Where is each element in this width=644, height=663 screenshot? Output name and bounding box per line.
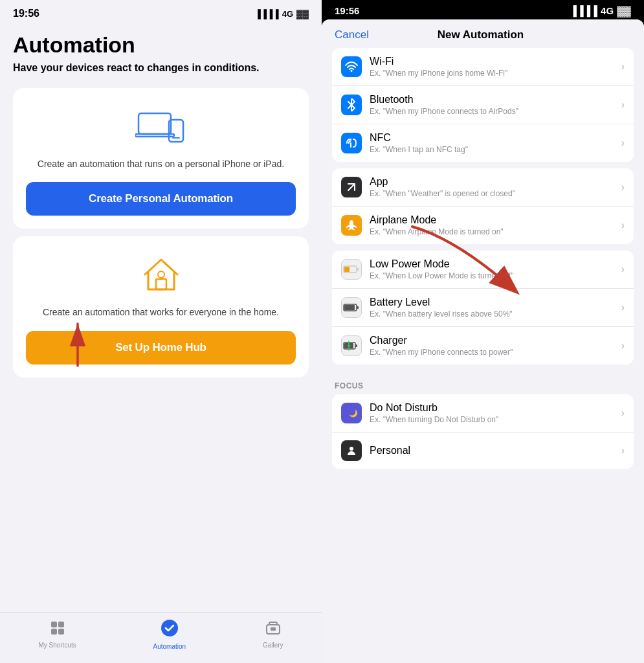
battery-row[interactable]: Battery Level Ex. "When battery level ri… bbox=[332, 289, 634, 327]
svg-point-11 bbox=[161, 620, 178, 636]
lowpower-title: Low Power Mode bbox=[370, 258, 621, 270]
nfc-subtitle: Ex. "When I tap an NFC tag" bbox=[370, 145, 621, 154]
wifi-row[interactable]: Wi-Fi Ex. "When my iPhone joins home Wi-… bbox=[332, 48, 634, 86]
charger-icon bbox=[341, 335, 362, 356]
wifi-chevron-icon: › bbox=[621, 61, 625, 73]
left-time: 19:56 bbox=[13, 8, 39, 19]
bluetooth-title: Bluetooth bbox=[370, 94, 621, 106]
dnd-subtitle: Ex. "When turning Do Not Disturb on" bbox=[370, 415, 621, 424]
battery-subtitle: Ex. "When battery level rises above 50%" bbox=[370, 309, 621, 319]
svg-rect-9 bbox=[51, 629, 57, 635]
nfc-icon bbox=[341, 133, 362, 153]
create-personal-automation-button[interactable]: Create Personal Automation bbox=[26, 182, 296, 216]
left-content: Automation Have your devices react to ch… bbox=[0, 22, 322, 612]
svg-point-14 bbox=[351, 70, 353, 72]
left-phone: 19:56 ▐▐▐▐ 4G ▓▓ Automation Have your de… bbox=[0, 0, 322, 663]
battery-chevron-icon: › bbox=[621, 302, 625, 313]
personal-title: Personal bbox=[370, 445, 621, 456]
tab-gallery[interactable]: Gallery bbox=[263, 620, 283, 649]
right-battery: ▓▓ bbox=[617, 5, 631, 16]
lowpower-icon bbox=[341, 259, 362, 280]
bluetooth-row[interactable]: Bluetooth Ex. "When my iPhone connects t… bbox=[332, 86, 634, 124]
app-chevron-icon: › bbox=[621, 181, 625, 193]
network-type: 4G bbox=[282, 9, 293, 19]
right-status-icons: ▐▐▐▐ 4G ▓▓ bbox=[570, 5, 631, 16]
airplane-chevron-icon: › bbox=[621, 219, 625, 231]
left-status-bar: 19:56 ▐▐▐▐ 4G ▓▓ bbox=[0, 0, 322, 22]
page-subtitle: Have your devices react to changes in co… bbox=[13, 62, 309, 75]
svg-point-25 bbox=[350, 447, 353, 451]
airplane-icon bbox=[341, 215, 362, 236]
tab-automation-label: Automation bbox=[153, 643, 186, 650]
right-network: 4G bbox=[601, 5, 614, 16]
nfc-text: NFC Ex. "When I tap an NFC tag" bbox=[370, 132, 621, 154]
page-title: Automation bbox=[13, 32, 309, 58]
lowpower-row[interactable]: Low Power Mode Ex. "When Low Power Mode … bbox=[332, 251, 634, 289]
personal-row[interactable]: Personal › bbox=[332, 433, 634, 469]
home-automation-card: Create an automation that works for ever… bbox=[13, 236, 309, 377]
right-signal: ▐▐▐▐ bbox=[570, 5, 598, 16]
home-card-description: Create an automation that works for ever… bbox=[43, 306, 279, 319]
right-status-bar: 19:56 ▐▐▐▐ 4G ▓▓ bbox=[322, 0, 644, 19]
battery-level-icon bbox=[341, 297, 362, 318]
right-phone: 19:56 ▐▐▐▐ 4G ▓▓ Cancel New Automation bbox=[322, 0, 644, 663]
airplane-subtitle: Ex. "When Airplane Mode is turned on" bbox=[370, 227, 621, 236]
nfc-row[interactable]: NFC Ex. "When I tap an NFC tag" › bbox=[332, 124, 634, 162]
nfc-title: NFC bbox=[370, 132, 621, 144]
battery-text: Battery Level Ex. "When battery level ri… bbox=[370, 297, 621, 319]
dnd-text: Do Not Disturb Ex. "When turning Do Not … bbox=[370, 402, 621, 424]
bluetooth-icon bbox=[341, 95, 362, 115]
personal-card-description: Create an automation that runs on a pers… bbox=[38, 158, 284, 171]
focus-section-label: FOCUS bbox=[332, 371, 634, 394]
battery-title: Battery Level bbox=[370, 297, 621, 308]
wifi-title: Wi-Fi bbox=[370, 56, 621, 67]
home-icon bbox=[139, 252, 184, 297]
svg-rect-16 bbox=[344, 267, 350, 272]
right-time: 19:56 bbox=[335, 5, 359, 16]
bluetooth-chevron-icon: › bbox=[621, 99, 625, 111]
dnd-row[interactable]: 🌙 Do Not Disturb Ex. "When turning Do No… bbox=[332, 394, 634, 433]
app-subtitle: Ex. "When "Weather" is opened or closed" bbox=[370, 189, 621, 198]
lowpower-chevron-icon: › bbox=[621, 264, 625, 275]
tab-gallery-label: Gallery bbox=[263, 642, 283, 649]
wifi-icon bbox=[341, 56, 362, 77]
personal-icon bbox=[135, 104, 187, 149]
svg-rect-19 bbox=[344, 305, 355, 310]
svg-rect-17 bbox=[357, 268, 359, 271]
svg-rect-23 bbox=[355, 344, 357, 347]
airplane-text: Airplane Mode Ex. "When Airplane Mode is… bbox=[370, 214, 621, 236]
battery-icon: ▓▓ bbox=[296, 9, 309, 19]
lowpower-text: Low Power Mode Ex. "When Low Power Mode … bbox=[370, 258, 621, 280]
tab-my-shortcuts[interactable]: My Shortcuts bbox=[38, 620, 76, 649]
lowpower-subtitle: Ex. "When Low Power Mode is turned off" bbox=[370, 271, 621, 280]
svg-point-5 bbox=[158, 271, 164, 278]
personal-text: Personal bbox=[370, 445, 621, 456]
set-up-home-hub-button[interactable]: Set Up Home Hub bbox=[26, 331, 296, 365]
personal-chevron-icon: › bbox=[621, 445, 625, 456]
svg-rect-20 bbox=[357, 306, 359, 309]
automation-list: Wi-Fi Ex. "When my iPhone joins home Wi-… bbox=[322, 48, 644, 663]
charger-text: Charger Ex. "When my iPhone connects to … bbox=[370, 335, 621, 357]
charger-row[interactable]: Charger Ex. "When my iPhone connects to … bbox=[332, 327, 634, 365]
automation-icon bbox=[161, 619, 179, 641]
app-text: App Ex. "When "Weather" is opened or clo… bbox=[370, 176, 621, 198]
power-section: Low Power Mode Ex. "When Low Power Mode … bbox=[332, 251, 634, 365]
gallery-icon bbox=[265, 620, 281, 640]
bluetooth-text: Bluetooth Ex. "When my iPhone connects t… bbox=[370, 94, 621, 116]
svg-rect-8 bbox=[58, 622, 64, 627]
app-section: App Ex. "When "Weather" is opened or clo… bbox=[332, 168, 634, 244]
airplane-row[interactable]: Airplane Mode Ex. "When Airplane Mode is… bbox=[332, 207, 634, 244]
wifi-subtitle: Ex. "When my iPhone joins home Wi-Fi" bbox=[370, 69, 621, 78]
connectivity-section: Wi-Fi Ex. "When my iPhone joins home Wi-… bbox=[332, 48, 634, 162]
svg-rect-7 bbox=[51, 622, 57, 627]
svg-rect-10 bbox=[58, 629, 64, 635]
app-icon bbox=[341, 177, 362, 197]
right-screen: Cancel New Automation bbox=[322, 19, 644, 663]
dnd-title: Do Not Disturb bbox=[370, 402, 621, 414]
personal-focus-icon bbox=[341, 440, 362, 461]
tab-automation[interactable]: Automation bbox=[153, 619, 186, 650]
bluetooth-subtitle: Ex. "When my iPhone connects to AirPods" bbox=[370, 107, 621, 116]
app-row[interactable]: App Ex. "When "Weather" is opened or clo… bbox=[332, 168, 634, 207]
cancel-button[interactable]: Cancel bbox=[335, 28, 369, 41]
nfc-chevron-icon: › bbox=[621, 137, 625, 149]
